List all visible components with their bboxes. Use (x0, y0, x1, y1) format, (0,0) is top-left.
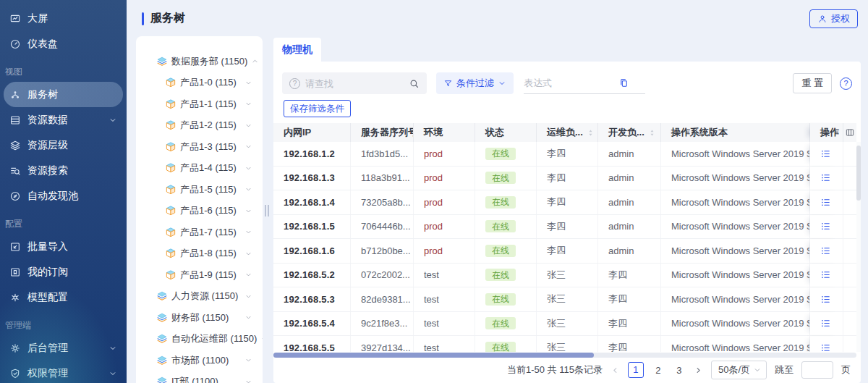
tree-node[interactable]: 产品1-8 (115) (161, 243, 257, 265)
authorize-button[interactable]: 授权 (809, 9, 858, 28)
row-actions-list-icon[interactable] (820, 245, 831, 256)
tree-node[interactable]: 产品1-5 (115) (161, 179, 257, 201)
page-number[interactable]: 2 (652, 365, 665, 376)
sidebar-item[interactable]: 批量导入 (4, 234, 123, 259)
table-row[interactable]: 192.168.1.5 7064446b... prod 在线 李四 admin… (273, 215, 856, 240)
tree-node[interactable]: 产品1-1 (115) (161, 93, 257, 115)
cell-actions[interactable] (810, 215, 843, 239)
tree-node[interactable]: 财务部 (1150) (152, 307, 257, 329)
chevron-down-icon[interactable] (244, 79, 252, 87)
sort-carets-icon[interactable] (586, 128, 595, 138)
chevron-down-icon[interactable] (244, 313, 252, 321)
chevron-down-icon[interactable] (244, 292, 252, 300)
table-row[interactable]: 192.168.1.6 b712b0be... prod 在线 李四 admin… (273, 239, 856, 264)
chevron-down-icon[interactable] (244, 271, 252, 279)
panel-resize-handle[interactable] (265, 205, 269, 216)
chevron-down-icon[interactable] (244, 143, 252, 151)
cell-actions[interactable] (810, 287, 843, 311)
chevron-down-icon[interactable] (244, 207, 252, 215)
tab-physical-machine[interactable]: 物理机 (273, 38, 321, 62)
sidebar-item[interactable]: 模型配置 (4, 285, 123, 310)
cell-actions[interactable] (810, 239, 843, 263)
tree-node[interactable]: 人力资源 (1150) (152, 286, 257, 308)
vertical-scrollbar-thumb[interactable] (856, 146, 861, 201)
tree-node[interactable]: 自动化运维部 (1150) (152, 329, 257, 350)
row-actions-list-icon[interactable] (820, 197, 831, 208)
page-number[interactable]: 1 (628, 362, 644, 378)
cell-actions[interactable] (810, 336, 843, 352)
row-actions-list-icon[interactable] (820, 318, 831, 329)
chevron-down-icon[interactable] (244, 122, 252, 130)
tree-node[interactable]: IT部 (1100) (152, 371, 257, 383)
chevron-down-icon[interactable] (244, 228, 252, 236)
jump-to-page-input[interactable] (801, 361, 833, 379)
chevron-down-icon[interactable] (244, 100, 252, 108)
sidebar-item[interactable]: 我的订阅 (4, 259, 123, 285)
search-input[interactable] (305, 78, 404, 89)
chevron-down-icon[interactable] (244, 164, 252, 172)
chevron-down-icon[interactable] (109, 344, 117, 353)
tree-node[interactable]: 市场部 (1100) (152, 350, 257, 371)
cell-actions[interactable] (810, 142, 843, 166)
tree-node[interactable]: 产品1-4 (115) (161, 158, 257, 180)
prev-page-button[interactable] (610, 366, 620, 375)
chevron-down-icon[interactable] (244, 250, 252, 258)
cell-actions[interactable] (810, 190, 843, 214)
copy-icon[interactable] (618, 77, 629, 88)
table-row[interactable]: 192.168.1.2 1fd3b1d5... prod 在线 李四 admin… (273, 142, 856, 167)
sidebar-item[interactable]: 资源层级 (4, 132, 123, 158)
horizontal-scrollbar[interactable] (273, 353, 856, 358)
chevron-up-icon[interactable] (251, 57, 259, 65)
reset-button[interactable]: 重 置 (793, 73, 832, 93)
table-row[interactable]: 192.168.5.5 3927d134... test 在线 张三 李四 Mi… (273, 336, 856, 352)
tree-node[interactable]: 数据服务部 (1150) (152, 51, 257, 72)
tree-node[interactable]: 产品1-0 (115) (161, 72, 257, 94)
help-icon[interactable]: ? (840, 77, 852, 90)
expression-input[interactable] (524, 77, 616, 88)
row-actions-list-icon[interactable] (820, 221, 831, 232)
tree-node[interactable]: 产品1-9 (115) (161, 264, 257, 286)
column-settings-icon[interactable] (845, 127, 855, 138)
search-icon[interactable] (409, 78, 420, 89)
row-actions-list-icon[interactable] (820, 148, 831, 159)
sidebar-item[interactable]: 仪表盘 (4, 31, 123, 56)
chevron-down-icon[interactable] (260, 335, 263, 343)
tree-node[interactable]: 产品1-3 (115) (161, 136, 257, 158)
table-row[interactable]: 192.168.1.3 118a3b91... prod 在线 李四 admin… (273, 167, 856, 191)
tree-node[interactable]: 产品1-6 (115) (161, 201, 257, 222)
sidebar-item[interactable]: 服务树 (4, 82, 123, 107)
cell-actions[interactable] (810, 167, 843, 190)
chevron-down-icon[interactable] (109, 369, 117, 378)
horizontal-scrollbar-thumb[interactable] (273, 353, 594, 358)
cell-actions[interactable] (810, 264, 843, 287)
sidebar-item[interactable]: 资源数据 (4, 107, 123, 132)
tree-node[interactable]: 产品1-2 (115) (161, 115, 257, 137)
page-size-select[interactable]: 50条/页 (711, 361, 767, 379)
chevron-down-icon[interactable] (244, 378, 252, 383)
sidebar-item[interactable]: 后台管理 (4, 335, 123, 361)
condition-filter-dropdown[interactable]: 条件过滤 (436, 72, 514, 94)
save-filter-button[interactable]: 保存筛选条件 (284, 100, 351, 117)
table-row[interactable]: 192.168.5.3 82de9381... test 在线 张三 李四 Mi… (273, 287, 856, 312)
table-row[interactable]: 192.168.1.4 73205a8b... prod 在线 李四 admin… (273, 190, 856, 215)
vertical-scrollbar[interactable] (856, 142, 861, 352)
sidebar-item[interactable]: 自动发现池 (4, 183, 123, 209)
cell-actions[interactable] (810, 312, 843, 336)
page-number[interactable]: 3 (673, 365, 686, 376)
sidebar-item[interactable]: 大屏 (4, 6, 123, 31)
sidebar-item[interactable]: 权限管理 (4, 361, 123, 383)
chevron-down-icon[interactable] (244, 185, 252, 193)
search-box[interactable]: ? (282, 72, 427, 94)
sort-carets-icon[interactable] (647, 128, 657, 138)
row-actions-list-icon[interactable] (820, 269, 831, 280)
table-row[interactable]: 192.168.5.2 072c2002... test 在线 张三 李四 Mi… (273, 264, 856, 288)
tree-node[interactable]: 产品1-7 (115) (161, 222, 257, 243)
chevron-down-icon[interactable] (109, 116, 117, 125)
table-row[interactable]: 192.168.5.4 9c21f8e3... test 在线 张三 李四 Mi… (273, 312, 856, 337)
sidebar-item[interactable]: 资源搜索 (4, 158, 123, 183)
next-page-button[interactable] (694, 366, 703, 375)
row-actions-list-icon[interactable] (820, 294, 831, 305)
chevron-down-icon[interactable] (244, 356, 252, 364)
row-actions-list-icon[interactable] (820, 172, 831, 183)
row-actions-list-icon[interactable] (820, 342, 831, 352)
